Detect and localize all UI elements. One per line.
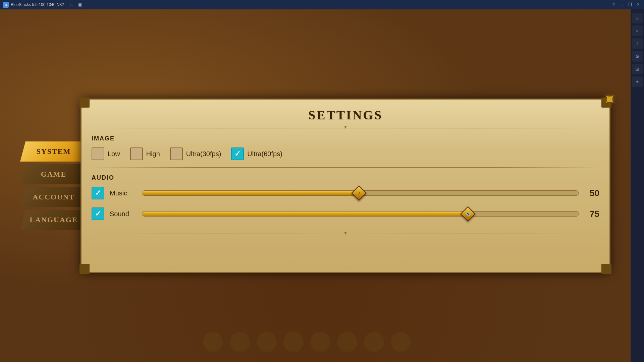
audio-section: AUDIO ✓ Music ♪ 50 xyxy=(82,168,609,227)
corner-decoration-bl xyxy=(79,264,90,274)
image-section: IMAGE Low High Ultra(30fp xyxy=(82,128,609,167)
bottom-item xyxy=(391,332,411,352)
audio-section-title: AUDIO xyxy=(92,174,599,181)
sound-row: ✓ Sound 🔊 75 xyxy=(92,207,599,220)
nav-tab-account[interactable]: ACCOUNT xyxy=(20,187,87,207)
checkbox-ultra60[interactable]: ✓ xyxy=(231,147,244,160)
nav-tab-language[interactable]: LANGUAGE xyxy=(20,210,87,230)
label-ultra30: Ultra(30fps) xyxy=(186,150,221,158)
sound-check-icon: ✓ xyxy=(95,209,101,218)
titlebar: B BlueStacks 5.5.100.1040 N32 ⌂ ▣ ? — ❐ … xyxy=(0,0,644,9)
sound-slider-handle[interactable]: 🔊 xyxy=(461,207,475,221)
bluestacks-logo: B xyxy=(3,2,9,8)
corner-decoration-tl xyxy=(79,98,90,108)
bottom-divider xyxy=(88,234,603,234)
music-label: Music xyxy=(110,189,137,197)
help-button[interactable]: ? xyxy=(610,2,617,8)
image-option-ultra60[interactable]: ✓ Ultra(60fps) xyxy=(231,147,282,160)
checkbox-high[interactable] xyxy=(130,147,143,160)
sidebar-menu[interactable]: ≡ xyxy=(632,25,643,36)
bottom-item xyxy=(364,332,384,352)
music-value: 50 xyxy=(584,188,599,198)
nav-tab-system[interactable]: SYSTEM xyxy=(20,141,87,162)
bottom-item xyxy=(203,332,223,352)
checkbox-ultra30[interactable] xyxy=(170,147,183,160)
bottom-item xyxy=(337,332,357,352)
window-controls: ? — ❐ ✕ xyxy=(610,2,641,8)
bottom-item xyxy=(257,332,277,352)
image-quality-options: Low High Ultra(30fps) ✓ xyxy=(92,147,599,160)
close-settings-button[interactable]: ✦ xyxy=(596,86,623,113)
corner-decoration-br xyxy=(601,264,611,274)
settings-panel: ✦ SETTINGS IMAGE Low High xyxy=(80,99,610,273)
label-low: Low xyxy=(108,150,120,158)
left-navigation: SYSTEM GAME ACCOUNT LANGUAGE xyxy=(20,141,87,230)
bottom-decorations xyxy=(10,332,604,352)
camera-icon[interactable]: ▣ xyxy=(77,2,84,8)
nav-tab-language-label: LANGUAGE xyxy=(30,216,77,224)
sound-value: 75 xyxy=(584,209,599,219)
image-section-title: IMAGE xyxy=(92,135,599,142)
top-divider xyxy=(88,128,603,128)
music-slider-track[interactable]: ♪ xyxy=(142,190,579,196)
checkbox-sound[interactable]: ✓ xyxy=(92,207,104,220)
bottom-item xyxy=(230,332,250,352)
image-option-high[interactable]: High xyxy=(130,147,160,160)
minimize-button[interactable]: — xyxy=(619,2,625,8)
bottom-item xyxy=(283,332,304,352)
nav-tab-game[interactable]: GAME xyxy=(20,164,87,184)
sidebar-grid[interactable]: ⊞ xyxy=(632,64,643,74)
close-star-icon: ✦ xyxy=(598,88,622,112)
close-button[interactable]: ✕ xyxy=(635,2,641,8)
home-icon[interactable]: ⌂ xyxy=(68,2,75,8)
label-high: High xyxy=(146,150,160,158)
titlebar-title: BlueStacks 5.5.100.1040 N32 xyxy=(11,2,64,7)
music-handle-diamond: ♪ xyxy=(351,185,366,200)
sidebar-star[interactable]: ✦ xyxy=(632,76,643,87)
music-check-icon: ✓ xyxy=(95,189,101,197)
music-handle-icon: ♪ xyxy=(358,190,360,196)
nav-tab-system-label: SYSTEM xyxy=(37,147,71,156)
image-option-low[interactable]: Low xyxy=(92,147,120,160)
sound-slider-track[interactable]: 🔊 xyxy=(142,211,579,217)
sound-label: Sound xyxy=(110,210,137,218)
music-slider-fill: ♪ xyxy=(142,191,361,195)
sound-handle-diamond: 🔊 xyxy=(460,206,475,221)
checkbox-low[interactable] xyxy=(92,147,104,160)
sound-handle-icon: 🔊 xyxy=(465,211,471,217)
sound-slider-fill: 🔊 xyxy=(142,212,470,216)
settings-title: SETTINGS xyxy=(82,100,609,128)
nav-tab-game-label: GAME xyxy=(41,170,66,179)
right-sidebar: ⌂ ≡ ♪ ⚙ ⊞ ✦ xyxy=(631,9,644,362)
label-ultra60: Ultra(60fps) xyxy=(247,150,282,158)
checkbox-music[interactable]: ✓ xyxy=(92,187,104,199)
music-slider-handle[interactable]: ♪ xyxy=(352,186,366,200)
bottom-item xyxy=(310,332,330,352)
nav-tab-account-label: ACCOUNT xyxy=(33,193,74,201)
sidebar-settings[interactable]: ⚙ xyxy=(632,51,643,62)
game-area: SYSTEM GAME ACCOUNT LANGUAGE ✦ SETTINGS … xyxy=(0,9,631,362)
checkmark-icon: ✓ xyxy=(234,149,240,158)
sidebar-home[interactable]: ⌂ xyxy=(632,13,643,23)
titlebar-quick-icons: ⌂ ▣ xyxy=(68,2,84,8)
sidebar-audio[interactable]: ♪ xyxy=(632,38,643,49)
music-row: ✓ Music ♪ 50 xyxy=(92,187,599,199)
image-option-ultra30[interactable]: Ultra(30fps) xyxy=(170,147,221,160)
restore-button[interactable]: ❐ xyxy=(627,2,633,8)
